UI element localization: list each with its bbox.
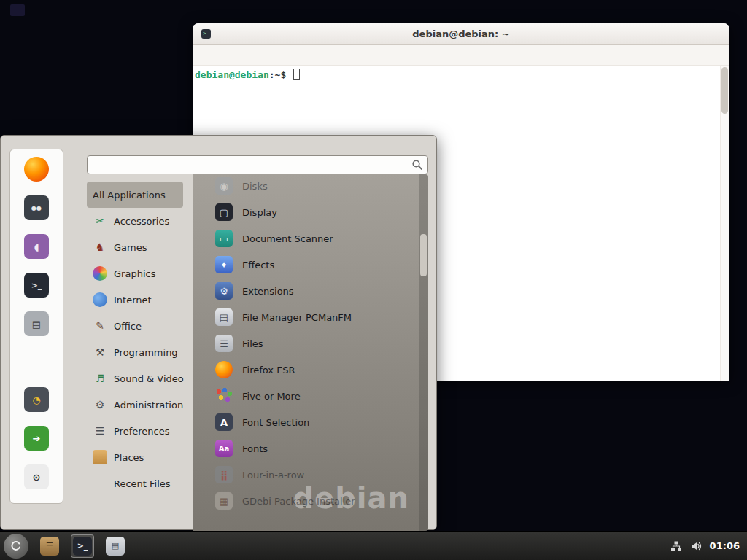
terminal-menu-file[interactable] [198,52,213,58]
display-icon: ▢ [215,203,233,221]
sound-video-icon: ♬ [93,371,107,386]
app-font-selection[interactable]: A Font Selection [193,409,428,435]
system-tray: 01:06 [670,540,747,552]
favorite-logout[interactable]: ➔ [24,426,49,451]
favorites-column: ●●◖>_▤◔➔⊙ [9,149,63,504]
applications-list-panel: debian ◉ Disks ▢ Display ▭ Document Scan… [193,174,428,531]
terminal-window-icon: >_ [201,29,211,39]
five-or-more-icon [215,387,233,405]
category-internet[interactable]: Internet [87,287,193,313]
favorite-shutdown[interactable]: ⊙ [24,464,49,489]
terminal-titlebar[interactable]: >_ debian@debian: ~ [193,23,729,45]
menu-search-bar [87,155,428,174]
category-preferences[interactable]: ☰ Preferences [87,418,193,444]
font-selection-icon: A [215,413,233,431]
app-file-manager-pcmanfm[interactable]: ▤ File Manager PCManFM [193,304,428,330]
category-office[interactable]: ✎ Office [87,313,193,339]
files-icon: ☰ [215,335,233,352]
category-programming[interactable]: ⚒ Programming [87,339,193,365]
category-recent-files[interactable]: Recent Files [87,470,193,497]
file-manager-pcmanfm-icon: ▤ [215,308,233,326]
disks-icon: ◉ [215,177,233,195]
app-four-in-a-row[interactable]: ⣿ Four-in-a-row [193,462,428,488]
app-files[interactable]: ☰ Files [193,330,428,357]
app-five-or-more[interactable]: Five or More [193,383,428,409]
favorite-terminal[interactable]: >_ [24,273,49,298]
menu-search-input[interactable] [93,156,411,174]
file-manager-icon: ▤ [106,537,125,556]
taskbar-launcher-file-drawer[interactable]: ☰ [38,534,61,558]
terminal-icon: >_ [73,537,92,556]
menu-button[interactable] [4,534,28,559]
app-display[interactable]: ▢ Display [193,199,428,225]
accessories-icon: ✂ [93,214,107,228]
terminal-window-title: debian@debian: ~ [193,28,729,39]
desktop-icon [10,4,25,16]
volume-icon[interactable] [690,540,702,552]
category-accessories[interactable]: ✂ Accessories [87,208,193,234]
terminal-scrollbar-thumb[interactable] [721,67,728,114]
favorite-purple-app[interactable]: ◖ [24,234,49,259]
games-icon: ♞ [93,240,107,254]
taskbar-launchers: ☰ >_ ▤ [28,534,127,558]
category-graphics[interactable]: Graphics [87,260,193,287]
app-firefox-esr[interactable]: Firefox ESR [193,357,428,383]
firefox-esr-icon [215,361,233,378]
terminal-menubar [193,45,729,66]
app-effects[interactable]: ✦ Effects [193,252,428,278]
search-icon [411,159,423,171]
gdebi-package-installer-icon: ▦ [215,492,233,510]
app-document-scanner[interactable]: ▭ Document Scanner [193,225,428,252]
app-disks[interactable]: ◉ Disks [193,174,428,199]
app-fonts[interactable]: Aa Fonts [193,435,428,462]
terminal-menu-terminal[interactable] [257,52,271,58]
favorite-user-accounts[interactable]: ●● [24,195,49,220]
favorite-file-manager[interactable]: ▤ [24,311,49,336]
applications-scrollbar[interactable] [419,174,428,531]
app-extensions[interactable]: ⚙ Extensions [193,278,428,304]
terminal-cursor [293,69,300,80]
terminal-scrollbar[interactable] [720,66,729,381]
document-scanner-icon: ▭ [215,230,233,247]
terminal-menu-view[interactable] [228,52,242,58]
places-icon [93,450,107,464]
file-drawer-icon: ☰ [40,537,59,556]
applications-list: ◉ Disks ▢ Display ▭ Document Scanner ✦ E… [193,174,428,514]
terminal-menu-edit[interactable] [213,52,228,58]
taskbar-launcher-terminal[interactable]: >_ [71,534,94,558]
fonts-icon: Aa [215,440,233,457]
favorite-firefox[interactable] [24,157,49,182]
category-games[interactable]: ♞ Games [87,234,193,260]
category-places[interactable]: Places [87,444,193,470]
administration-icon: ⚙ [93,397,107,412]
network-icon[interactable] [670,540,682,552]
extensions-icon: ⚙ [215,282,233,300]
categories-list: All Applications ✂ Accessories ♞ Games G… [87,182,193,497]
category-administration[interactable]: ⚙ Administration [87,392,193,418]
applications-menu: ●●◖>_▤◔➔⊙ All Applications ✂ Accessories… [0,135,437,530]
favorite-screensaver[interactable]: ◔ [24,387,49,412]
terminal-menu-help[interactable] [271,52,286,58]
terminal-menu-search[interactable] [242,52,257,58]
category-all-applications[interactable]: All Applications [87,182,183,208]
terminal-prompt-user: debian@debian [195,69,269,80]
preferences-icon: ☰ [93,424,107,438]
applications-scrollbar-thumb[interactable] [420,234,427,276]
graphics-icon [93,266,107,281]
clock[interactable]: 01:06 [710,540,740,551]
category-sound-video[interactable]: ♬ Sound & Video [87,365,193,392]
debian-swirl-icon [9,539,23,553]
office-icon: ✎ [93,319,107,333]
internet-icon [93,292,107,307]
programming-icon: ⚒ [93,345,107,359]
taskbar: ☰ >_ ▤ 01:06 [0,531,747,560]
four-in-a-row-icon: ⣿ [215,466,233,483]
app-gdebi-package-installer[interactable]: ▦ GDebi Package Installer [193,488,428,514]
taskbar-launcher-file-manager[interactable]: ▤ [104,534,127,558]
terminal-prompt-path: :~$ [269,69,286,80]
effects-icon: ✦ [215,256,233,273]
